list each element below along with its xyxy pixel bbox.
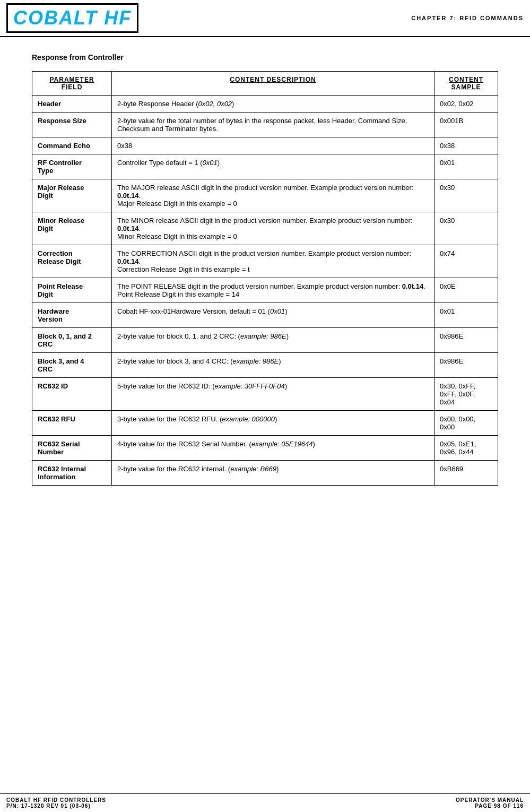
footer-right: OPERATOR'S MANUAL PAGE 98 OF 116 <box>456 797 524 809</box>
cell-desc: 4-byte value for the RC632 Serial Number… <box>112 436 435 461</box>
cell-param: RC632 ID <box>32 378 112 411</box>
table-row: Block 3, and 4CRC2-byte value for block … <box>32 353 498 378</box>
cell-desc: 0x38 <box>112 137 435 154</box>
cell-sample: 0x02, 0x02 <box>435 96 498 113</box>
table-row: Major ReleaseDigitThe MAJOR release ASCI… <box>32 179 498 212</box>
cell-param: Command Echo <box>32 137 112 154</box>
cell-sample: 0x0E <box>435 278 498 303</box>
chapter-title: CHAPTER 7: RFID COMMANDS <box>411 15 524 21</box>
table-row: HardwareVersionCobalt HF-xxx-01Hardware … <box>32 303 498 328</box>
cell-param: Response Size <box>32 113 112 137</box>
cell-sample: 0x30, 0xFF,0xFF, 0x0F,0x04 <box>435 378 498 411</box>
table-row: RC632 SerialNumber4-byte value for the R… <box>32 436 498 461</box>
cell-param: Block 3, and 4CRC <box>32 353 112 378</box>
table-row: RC632 RFU3-byte value for the RC632 RFU.… <box>32 411 498 436</box>
table-row: CorrectionRelease DigitThe CORRECTION AS… <box>32 245 498 278</box>
logo-box: COBALT HF <box>6 3 138 33</box>
logo-text: COBALT HF <box>13 7 132 29</box>
cell-desc: 2-byte value for the total number of byt… <box>112 113 435 137</box>
cell-sample: 0x01 <box>435 303 498 328</box>
cell-sample: 0x30 <box>435 212 498 245</box>
cell-sample: 0x00, 0x00,0x00 <box>435 411 498 436</box>
page-header: COBALT HF CHAPTER 7: RFID COMMANDS <box>0 0 530 37</box>
table-row: Header2-byte Response Header (0x02, 0x02… <box>32 96 498 113</box>
section-title: Response from Controller <box>32 53 498 62</box>
footer-left-line2: P/N: 17-1320 REV 01 (03-06) <box>6 803 106 809</box>
cell-param: Major ReleaseDigit <box>32 179 112 212</box>
response-table: PARAMETERFIELD CONTENT DESCRIPTION CONTE… <box>32 71 498 486</box>
table-header-row: PARAMETERFIELD CONTENT DESCRIPTION CONTE… <box>32 72 498 96</box>
cell-desc: 5-byte value for the RC632 ID: (example:… <box>112 378 435 411</box>
cell-param: RF ControllerType <box>32 154 112 179</box>
cell-desc: Cobalt HF-xxx-01Hardware Version, defaul… <box>112 303 435 328</box>
cell-param: Minor ReleaseDigit <box>32 212 112 245</box>
footer-right-line1: OPERATOR'S MANUAL <box>456 797 524 803</box>
cell-param: RC632 InternalInformation <box>32 461 112 486</box>
cell-sample: 0x30 <box>435 179 498 212</box>
cell-sample: 0x74 <box>435 245 498 278</box>
cell-desc: 2-byte value for block 0, 1, and 2 CRC: … <box>112 328 435 353</box>
col-header-sample: CONTENTSAMPLE <box>435 72 498 96</box>
cell-param: Header <box>32 96 112 113</box>
cell-desc: 3-byte value for the RC632 RFU. (example… <box>112 411 435 436</box>
col-header-desc: CONTENT DESCRIPTION <box>112 72 435 96</box>
cell-sample: 0x05, 0xE1,0x96, 0x44 <box>435 436 498 461</box>
cell-param: Point ReleaseDigit <box>32 278 112 303</box>
cell-param: CorrectionRelease Digit <box>32 245 112 278</box>
cell-desc: 2-byte Response Header (0x02, 0x02) <box>112 96 435 113</box>
cell-param: RC632 SerialNumber <box>32 436 112 461</box>
cell-desc: 2-byte value for the RC632 internal. (ex… <box>112 461 435 486</box>
table-row: RF ControllerTypeController Type default… <box>32 154 498 179</box>
table-row: RC632 InternalInformation2-byte value fo… <box>32 461 498 486</box>
cell-sample: 0x986E <box>435 353 498 378</box>
main-content: Response from Controller PARAMETERFIELD … <box>0 37 530 502</box>
table-row: Command Echo0x380x38 <box>32 137 498 154</box>
cell-desc: The POINT RELEASE digit in the product v… <box>112 278 435 303</box>
table-row: Block 0, 1, and 2CRC2-byte value for blo… <box>32 328 498 353</box>
cell-desc: The CORRECTION ASCII digit in the produc… <box>112 245 435 278</box>
cell-sample: 0x001B <box>435 113 498 137</box>
cell-sample: 0xB669 <box>435 461 498 486</box>
cell-desc: Controller Type default = 1 (0x01) <box>112 154 435 179</box>
table-row: Minor ReleaseDigitThe MINOR release ASCI… <box>32 212 498 245</box>
cell-param: RC632 RFU <box>32 411 112 436</box>
cell-desc: The MINOR release ASCII digit in the pro… <box>112 212 435 245</box>
table-row: Response Size2-byte value for the total … <box>32 113 498 137</box>
cell-sample: 0x986E <box>435 328 498 353</box>
table-row: RC632 ID5-byte value for the RC632 ID: (… <box>32 378 498 411</box>
footer-right-line2: PAGE 98 OF 116 <box>456 803 524 809</box>
table-row: Point ReleaseDigitThe POINT RELEASE digi… <box>32 278 498 303</box>
cell-param: HardwareVersion <box>32 303 112 328</box>
cell-param: Block 0, 1, and 2CRC <box>32 328 112 353</box>
footer-left-line1: COBALT HF RFID CONTROLLERS <box>6 797 106 803</box>
cell-sample: 0x01 <box>435 154 498 179</box>
cell-sample: 0x38 <box>435 137 498 154</box>
page-footer: COBALT HF RFID CONTROLLERS P/N: 17-1320 … <box>0 793 530 812</box>
footer-left: COBALT HF RFID CONTROLLERS P/N: 17-1320 … <box>6 797 106 809</box>
cell-desc: The MAJOR release ASCII digit in the pro… <box>112 179 435 212</box>
cell-desc: 2-byte value for block 3, and 4 CRC: (ex… <box>112 353 435 378</box>
col-header-param: PARAMETERFIELD <box>32 72 112 96</box>
